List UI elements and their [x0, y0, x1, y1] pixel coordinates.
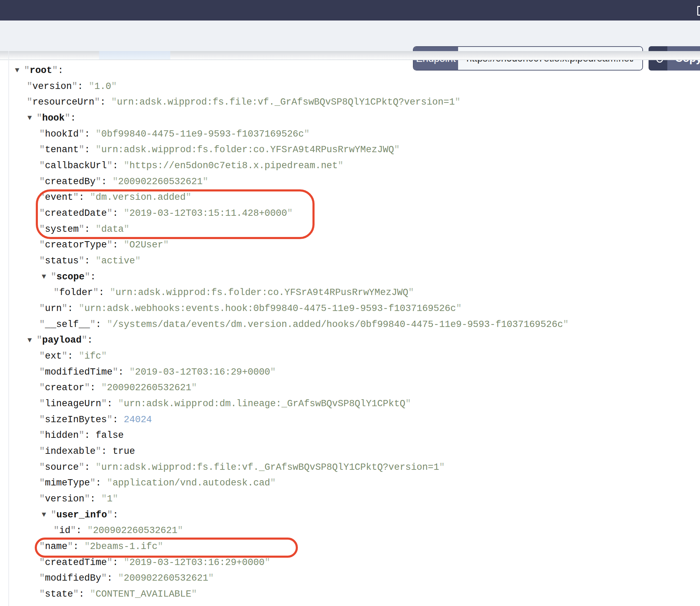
endpoint-toolbar: Endpoint Copy	[0, 21, 700, 51]
json-row-name: "name": "2beams-1.ifc"	[0, 539, 700, 555]
json-row-state: "state": "CONTENT_AVAILABLE"	[0, 586, 700, 602]
json-row-sizeInBytes: "sizeInBytes": 24024	[0, 412, 700, 428]
json-row-callbackUrl: "callbackUrl": "https://en5don0c7eti8.x.…	[0, 158, 700, 174]
json-row-event: "event": "dm.version.added"	[0, 189, 700, 205]
json-row-resourceUrn: "resourceUrn": "urn:adsk.wipprod:fs.file…	[0, 94, 700, 110]
json-row-createdDate: "createdDate": "2019-03-12T03:15:11.428+…	[0, 205, 700, 221]
json-row-createdTime: "createdTime": "2019-03-12T03:16:29+0000…	[0, 555, 700, 571]
json-row-system: "system": "data"	[0, 221, 700, 237]
json-row-version: "version": "1.0"	[0, 79, 700, 95]
window-edge-icon	[697, 6, 700, 16]
json-row-indexable: "indexable": true	[0, 443, 700, 459]
collapse-triangle-icon[interactable]: ▼	[15, 66, 24, 74]
json-row-creator: "creator": "200902260532621"	[0, 380, 700, 396]
json-row-status: "status": "active"	[0, 253, 700, 269]
json-row-payload[interactable]: ▼"payload":	[0, 332, 700, 348]
json-row-folder: "folder": "urn:adsk.wipprod:fs.folder:co…	[0, 285, 700, 301]
json-row-creatorType: "creatorType": "O2User"	[0, 237, 700, 253]
json-row-id: "id": "200902260532621"	[0, 523, 700, 539]
json-row-source: "source": "urn:adsk.wipprod:fs.file:vf._…	[0, 459, 700, 475]
json-row-createdBy: "createdBy": "200902260532621"	[0, 174, 700, 190]
collapse-triangle-icon[interactable]: ▼	[27, 114, 36, 122]
json-row-modifiedTime: "modifiedTime": "2019-03-12T03:16:29+000…	[0, 364, 700, 380]
json-row-version: "version": "1"	[0, 491, 700, 507]
json-row-scope[interactable]: ▼"scope":	[0, 269, 700, 285]
partial-tab[interactable]	[99, 51, 170, 59]
json-row-ext: "ext": "ifc"	[0, 348, 700, 364]
json-row-user_info[interactable]: ▼"user_info":	[0, 507, 700, 523]
content-top-shadow	[0, 51, 700, 60]
json-row-mimeType: "mimeType": "application/vnd.autodesk.ca…	[0, 475, 700, 491]
json-row-urn: "urn": "urn:adsk.webhooks:events.hook:0b…	[0, 301, 700, 317]
json-tree: ▼"root":"version": "1.0""resourceUrn": "…	[0, 60, 700, 602]
json-row-hook[interactable]: ▼"hook":	[0, 110, 700, 126]
json-row-__self__: "__self__": "/systems/data/events/dm.ver…	[0, 317, 700, 333]
collapse-triangle-icon[interactable]: ▼	[42, 273, 51, 281]
top-navigation-bar	[0, 0, 700, 21]
json-row-hookId: "hookId": "0bf99840-4475-11e9-9593-f1037…	[0, 126, 700, 142]
collapse-triangle-icon[interactable]: ▼	[27, 336, 36, 344]
collapse-triangle-icon[interactable]: ▼	[42, 511, 51, 519]
json-row-root[interactable]: ▼"root":	[0, 63, 700, 79]
json-row-modifiedBy: "modifiedBy": "200902260532621"	[0, 571, 700, 587]
json-row-hidden: "hidden": false	[0, 427, 700, 443]
json-row-tenant: "tenant": "urn:adsk.wipprod:fs.folder:co…	[0, 142, 700, 158]
json-row-lineageUrn: "lineageUrn": "urn:adsk.wipprod:dm.linea…	[0, 396, 700, 412]
